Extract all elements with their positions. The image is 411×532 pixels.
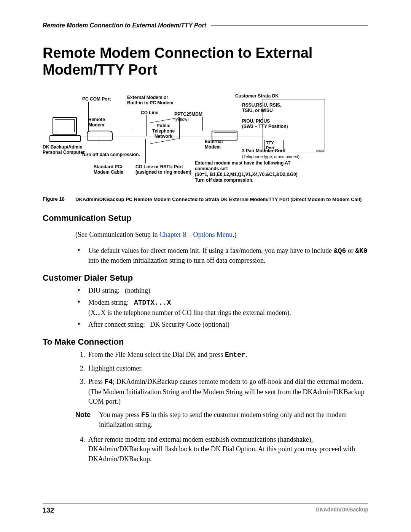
list-item: After remote modem and external modem es…	[87, 435, 368, 464]
heading-customer-dialer: Customer Dialer Setup	[43, 273, 368, 283]
list-item: Use default values for direct modem init…	[87, 246, 368, 265]
page-number: 132	[43, 506, 54, 514]
label-pptc25mdm: PPTC25MDM	[174, 112, 202, 117]
text: You may press	[99, 411, 141, 419]
label-customer-strata: Customer Strata DK	[235, 93, 279, 99]
text: .	[245, 351, 247, 358]
text: .)	[233, 231, 237, 238]
label-three-pair: 3 Pair Modular Cord	[242, 148, 285, 153]
code: ATDTX...X	[134, 299, 171, 307]
lead-line	[146, 115, 147, 136]
label-unit-list: RSSU,RSIU, RSIS, TSIU, or WISU	[242, 102, 281, 113]
list-item: DIU string: (nothing)	[87, 286, 368, 296]
running-header: Remote Modem Connection to External Mode…	[43, 22, 368, 29]
text: (X...X is the telephone number of CO lin…	[88, 309, 291, 316]
heading-communication-setup: Communication Setup	[43, 213, 368, 223]
note-label: Note	[75, 410, 99, 430]
text: Press	[88, 378, 105, 385]
link-chapter-8[interactable]: Chapter 8 – Options Menu	[159, 231, 233, 238]
text: or	[346, 247, 355, 254]
note: Note You may press F5 in this step to se…	[75, 410, 368, 430]
text: From the File Menu select the Dial DK an…	[88, 351, 225, 358]
lead-line	[202, 117, 203, 131]
code: &Q6	[334, 247, 346, 255]
note-text: You may press F5 in this step to send th…	[99, 410, 368, 430]
figure-diagram: TTY Port 0920 PC COM Port External Modem…	[43, 89, 368, 189]
label-external-modem: External Modem	[205, 139, 223, 150]
heading-make-connection: To Make Connection	[43, 337, 368, 347]
label-std-cable: Standard PC/ Modem Cable	[94, 164, 123, 175]
text: Modem string:	[88, 299, 134, 306]
lead-line	[145, 139, 146, 163]
label-dk-backup-pc: DK Backup/Admin Personal Computer	[43, 144, 85, 155]
list-item: Modem string: ATDTX...X (X...X is the te…	[87, 298, 368, 317]
figure-caption: Figure 18 DKAdmin/DKBackup PC Remote Mod…	[43, 196, 368, 203]
lead-line	[88, 102, 89, 131]
lead-line	[131, 105, 131, 131]
header-rule	[211, 26, 368, 26]
code: Enter	[225, 351, 245, 359]
page-footer: 132 DKAdmin/DKBackup	[43, 503, 368, 514]
label-ptn: Public Telephone Network	[152, 123, 175, 139]
label-remote-modem: Remote Modem	[88, 117, 105, 128]
label-co-rstu: CO Line or RSTU Port (assigned to ring m…	[135, 164, 191, 175]
label-ext-at-cmds: External modem must have the following A…	[195, 160, 298, 183]
label-turn-off: Turn off data compression.	[81, 152, 140, 157]
code: F5	[141, 411, 150, 419]
running-header-text: Remote Modem Connection to External Mode…	[43, 22, 206, 29]
list-item: Press F4; DKAdmin/DKBackup causes remote…	[87, 377, 368, 406]
list-item: After connect string: DK Security Code (…	[87, 320, 368, 329]
text: (See Communication Setup in	[75, 231, 159, 238]
comm-setup-intro: (See Communication Setup in Chapter 8 – …	[75, 230, 368, 239]
code: &K0	[355, 247, 367, 255]
text: Use default values for direct modem init…	[88, 247, 334, 254]
lead-line	[100, 139, 100, 163]
figure-number: Figure 18	[43, 196, 75, 203]
label-pc-com-port: PC COM Port	[82, 96, 111, 102]
list-item: Highlight customer.	[87, 364, 368, 373]
label-co-line: CO Line	[141, 110, 158, 115]
label-external-or-builtin: External Modem or Built-in to PC Modem	[127, 95, 173, 105]
text: into the modem initialization string to …	[88, 257, 266, 264]
figure-caption-text: DKAdmin/DKBackup PC Remote Modem Connect…	[75, 196, 362, 203]
label-yellow: (yellow)	[174, 117, 189, 121]
computer-icon	[49, 117, 79, 142]
page: Remote Modem Connection to External Mode…	[0, 0, 411, 532]
comm-setup-list: Use default values for direct modem init…	[75, 246, 368, 265]
text: ; DKAdmin/DKBackup causes remote modem t…	[88, 378, 364, 405]
footer-product: DKAdmin/DKBackup	[316, 506, 368, 514]
dialer-list: DIU string: (nothing) Modem string: ATDT…	[75, 286, 368, 329]
figure-ref-number: 0920	[316, 149, 324, 153]
code: F4	[105, 378, 113, 386]
list-item: From the File Menu select the Dial DK an…	[87, 350, 368, 360]
page-title: Remote Modem Connection to External Mode…	[43, 45, 368, 78]
connection-steps-cont: After remote modem and external modem es…	[75, 435, 368, 464]
connection-steps: From the File Menu select the Dial DK an…	[75, 350, 368, 406]
label-piou: PIOU, PIOUS (SW3 – TTY Position)	[242, 118, 288, 129]
label-tel-type: (Telephone type, cross-pinned)	[242, 154, 299, 159]
